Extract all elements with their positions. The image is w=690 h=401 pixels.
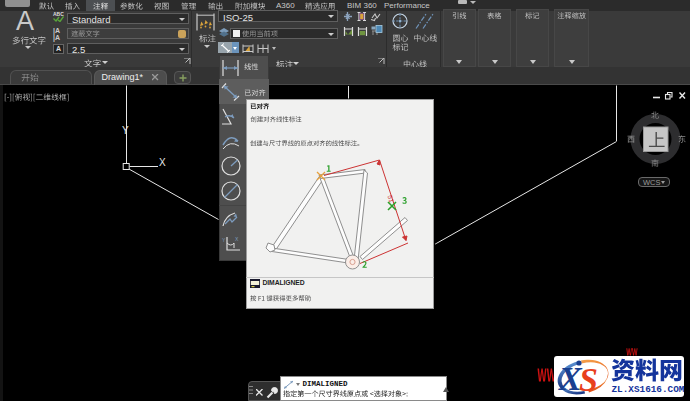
svg-text:X: X	[159, 157, 166, 168]
svg-text:Y: Y	[122, 125, 129, 136]
svg-text:Y: Y	[222, 237, 226, 243]
svg-text:S: S	[579, 361, 598, 396]
svg-text:X: X	[235, 236, 239, 242]
